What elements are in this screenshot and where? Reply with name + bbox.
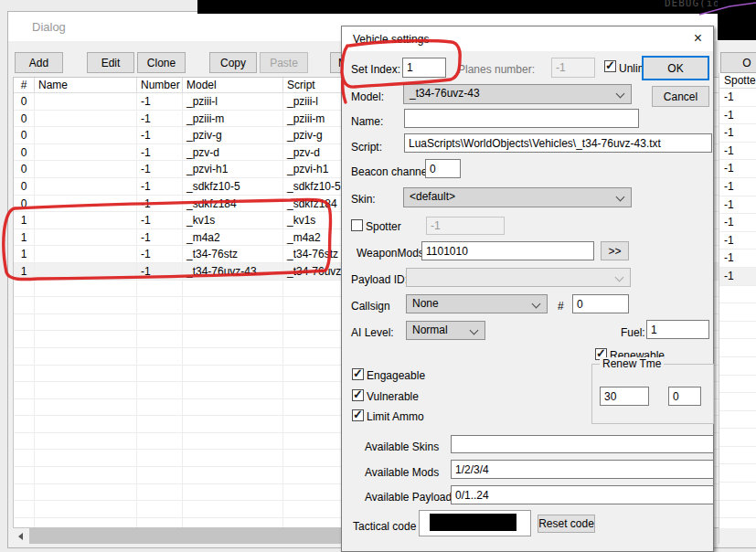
col-spotter[interactable]: Spotter [719, 73, 756, 89]
limit-ammo-checkbox[interactable] [352, 409, 364, 421]
available-skins-input[interactable] [451, 435, 714, 453]
spotter-row[interactable] [719, 447, 756, 465]
cell-model: _t34-76uvz-43 [183, 263, 283, 281]
spotter-row[interactable] [719, 518, 756, 528]
cell-index: 1 [14, 246, 35, 263]
spotter-row[interactable] [719, 411, 756, 430]
cell-name [35, 348, 137, 366]
spotter-row[interactable]: -1 [719, 124, 756, 143]
callsign-hash-label: # [558, 300, 564, 313]
cell-index: 0 [14, 93, 35, 111]
cell-model: _pziii-l [183, 93, 283, 111]
spotter-row[interactable]: -1 [719, 268, 756, 286]
available-payloads-label: Available Payloads [365, 491, 457, 504]
scroll-left-icon[interactable] [18, 533, 23, 540]
spotter-row[interactable]: -1 [719, 107, 756, 125]
cell-name [35, 518, 137, 528]
side-cut-button[interactable]: O [720, 52, 756, 73]
cell-name [35, 314, 137, 332]
spotter-row[interactable] [719, 429, 756, 447]
col-name[interactable]: Name [35, 78, 137, 92]
cell-model [183, 467, 283, 484]
reset-code-button[interactable]: Reset code [538, 515, 595, 533]
spotter-row[interactable]: -1 [719, 178, 756, 196]
spotter-row[interactable] [719, 464, 756, 483]
col-index[interactable]: # [14, 78, 35, 92]
spotter-row[interactable] [719, 501, 756, 519]
cell-number [137, 297, 183, 314]
renew-time-input[interactable] [600, 387, 649, 406]
spotter-row[interactable] [719, 376, 756, 394]
game-screen-strip: DEBUG(id: 268 [197, 0, 756, 14]
ok-button[interactable]: OK [642, 56, 709, 80]
skin-dropdown[interactable]: <default> [403, 187, 632, 207]
name-input[interactable] [404, 109, 639, 128]
set-index-input[interactable] [402, 58, 446, 78]
spotter-row[interactable] [719, 286, 756, 304]
fuel-input[interactable] [646, 320, 709, 339]
close-icon[interactable]: × [694, 30, 702, 47]
col-number[interactable]: Number [137, 78, 183, 92]
spotter-row[interactable] [719, 339, 756, 357]
cell-model [183, 331, 283, 348]
paste-button[interactable]: Paste [260, 52, 308, 73]
cell-name [35, 416, 137, 433]
spotter-row[interactable]: -1 [719, 143, 756, 161]
cell-model [183, 518, 283, 528]
cell-name [35, 111, 137, 128]
payload-id-dropdown [406, 268, 631, 287]
spotter-row[interactable]: -1 [719, 196, 756, 215]
cell-model: _sdkfz10-5 [183, 178, 283, 196]
cell-model [183, 314, 283, 332]
spotter-row[interactable]: -1 [719, 214, 756, 232]
spotter-row[interactable]: -1 [719, 160, 756, 178]
cell-model [183, 382, 283, 399]
engageable-checkbox[interactable] [352, 368, 364, 380]
cell-index [14, 382, 35, 399]
game-screen-corner [718, 0, 756, 40]
cell-number [137, 314, 183, 332]
clone-button[interactable]: Clone [137, 52, 186, 73]
spotter-row[interactable] [719, 393, 756, 411]
renew-count-input[interactable] [668, 387, 701, 406]
model-dropdown[interactable]: _t34-76uvz-43 [403, 84, 632, 104]
script-input[interactable] [404, 133, 712, 153]
beacon-channel-input[interactable] [425, 159, 461, 178]
screen: Dialog Add Edit Clone Copy Paste M # Nam… [0, 0, 756, 552]
dialog-title-bar[interactable]: Vehicle settings × [342, 27, 713, 51]
callsign-number-input[interactable] [572, 294, 629, 313]
spotter-row[interactable]: -1 [719, 89, 756, 107]
engageable-label: Engageable [367, 369, 425, 382]
edit-button[interactable]: Edit [87, 52, 134, 73]
add-button[interactable]: Add [15, 52, 63, 73]
tactical-code-field[interactable] [419, 510, 531, 536]
dialog-title: Vehicle settings [353, 33, 429, 46]
available-payloads-input[interactable] [451, 485, 714, 504]
unlimited-checkbox[interactable] [604, 60, 616, 72]
spotter-row[interactable] [719, 357, 756, 376]
weaponmods-expand-button[interactable]: >> [601, 241, 629, 260]
cancel-button[interactable]: Cancel [652, 86, 709, 107]
spotter-checkbox[interactable] [351, 219, 363, 231]
cell-index [14, 518, 35, 528]
cell-name [35, 297, 137, 314]
weaponmods-input[interactable] [421, 241, 594, 260]
cell-index [14, 314, 35, 332]
spotter-row[interactable]: -1 [719, 232, 756, 250]
available-mods-input[interactable] [451, 460, 714, 479]
callsign-dropdown[interactable]: None [406, 294, 548, 313]
cell-number: -1 [137, 161, 183, 178]
ai-level-dropdown[interactable]: Normal [406, 321, 485, 340]
available-mods-label: Available Mods [365, 466, 439, 479]
copy-button[interactable]: Copy [209, 52, 257, 73]
tactical-code-label: Tactical code [353, 520, 416, 533]
spotter-row[interactable] [719, 483, 756, 501]
spotter-row[interactable] [719, 322, 756, 340]
col-model[interactable]: Model [183, 78, 283, 92]
spotter-input [426, 217, 505, 235]
vehicle-settings-dialog: Vehicle settings × Set Index: Planes num… [341, 26, 714, 552]
spotter-row[interactable] [719, 303, 756, 322]
cell-model [183, 348, 283, 366]
vulnerable-checkbox[interactable] [352, 389, 364, 401]
spotter-row[interactable]: -1 [719, 249, 756, 268]
